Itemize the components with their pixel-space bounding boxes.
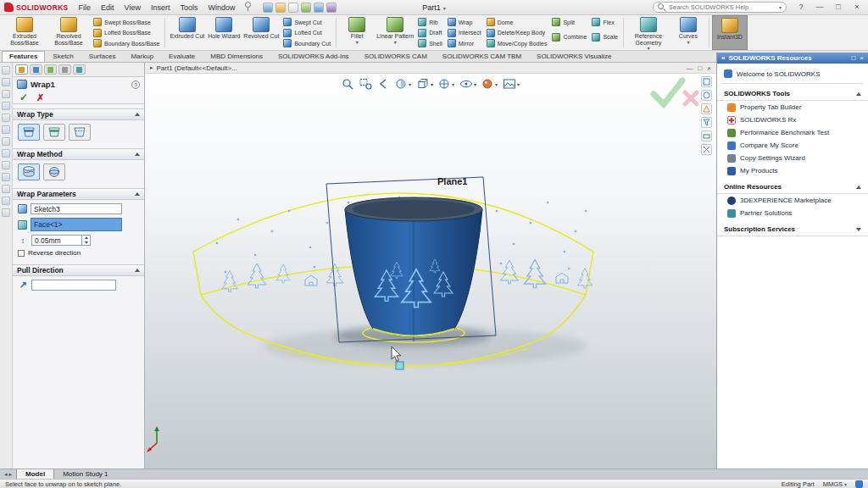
reference-geometry-button[interactable]: Reference Geometry ▾ (626, 15, 670, 50)
dimxpert-tab[interactable] (58, 64, 71, 75)
tab-features[interactable]: Features (2, 51, 45, 62)
mirror-button[interactable]: Mirror (448, 39, 481, 47)
pull-direction-field[interactable] (31, 280, 116, 291)
curves-dropdown-icon[interactable]: ▾ (687, 40, 689, 45)
wrap-type-header[interactable]: Wrap Type (13, 108, 144, 120)
side-toolbar-icon[interactable] (2, 90, 10, 98)
menu-window[interactable]: Window (203, 2, 239, 14)
save-icon[interactable] (275, 3, 286, 13)
tab-addins[interactable]: SOLIDWORKS Add-Ins (270, 51, 357, 62)
draft-button[interactable]: Draft (418, 29, 442, 37)
move-copy-bodies-button[interactable]: Move/Copy Bodies (487, 39, 548, 47)
online-section-header[interactable]: Online Resources (717, 180, 868, 194)
pm-ok-button[interactable]: ✓ (19, 92, 28, 103)
pm-help-icon[interactable]: ? (131, 80, 140, 89)
print-icon[interactable] (288, 3, 298, 13)
side-toolbar-icon[interactable] (2, 66, 10, 75)
side-toolbar-icon[interactable] (2, 173, 10, 181)
tab-surfaces[interactable]: Surfaces (81, 51, 124, 62)
units-selector[interactable]: MMGS ▾ (823, 480, 847, 488)
side-toolbar-icon[interactable] (2, 125, 10, 134)
menu-tools[interactable]: Tools (175, 2, 202, 14)
partner-solutions-link[interactable]: Partner Solutions (717, 207, 868, 219)
close-panel-icon[interactable]: × (860, 54, 864, 62)
side-toolbar-icon[interactable] (2, 114, 10, 122)
curves-button[interactable]: Curves ▾ (670, 15, 706, 50)
cup-model[interactable] (345, 197, 482, 341)
tab-mbd-dimensions[interactable]: MBD Dimensions (203, 51, 270, 62)
side-toolbar-icon[interactable] (2, 161, 10, 169)
confirm-cancel-icon[interactable] (685, 92, 697, 104)
edit-appearance-button[interactable]: ▾ (481, 77, 498, 91)
view-orientation-button[interactable]: ▾ (415, 77, 434, 91)
solidworks-rx-link[interactable]: SOLIDWORKS Rx (717, 114, 868, 126)
document-tab-label[interactable]: Part1 (Default<<Default>... (157, 64, 237, 72)
menu-file[interactable]: File (75, 2, 96, 14)
model-tab[interactable]: Model (16, 469, 54, 479)
deboss-toggle[interactable] (43, 124, 65, 141)
side-toolbar-icon[interactable] (2, 208, 10, 217)
collapse-panel-icon[interactable]: « (721, 54, 725, 62)
compare-score-link[interactable]: Compare My Score (717, 139, 868, 152)
menu-view[interactable]: View (120, 2, 145, 14)
combine-button[interactable]: Combine (552, 33, 587, 42)
viewport-tool-icon[interactable] (701, 103, 712, 114)
tab-scroll-left-icon[interactable]: ◂ (4, 471, 8, 478)
split-button[interactable]: Split (552, 18, 587, 26)
wrap-button[interactable]: Wrap (448, 18, 481, 26)
linear-pattern-dropdown-icon[interactable]: ▾ (394, 40, 397, 45)
revolved-cut-button[interactable]: Revolved Cut (242, 15, 281, 50)
tab-evaluate[interactable]: Evaluate (161, 51, 203, 62)
scale-button[interactable]: Scale (592, 33, 618, 42)
pm-cancel-button[interactable]: ✗ (36, 93, 44, 103)
lofted-cut-button[interactable]: Lofted Cut (283, 29, 331, 37)
doc-restore-button[interactable]: □ (698, 64, 702, 72)
side-toolbar-icon[interactable] (2, 78, 10, 86)
menu-edit[interactable]: Edit (97, 2, 119, 14)
zoom-area-button[interactable] (359, 77, 373, 91)
extruded-boss-button[interactable]: Extruded Boss/Base (3, 15, 47, 50)
target-face-field[interactable]: Face<1> (31, 218, 122, 231)
tab-visualize[interactable]: SOLIDWORKS Visualize (529, 51, 619, 62)
analytical-method-toggle[interactable] (18, 164, 40, 180)
side-toolbar-icon[interactable] (2, 102, 10, 110)
viewport-tool-icon[interactable] (701, 117, 712, 128)
minimize-button[interactable]: — (810, 0, 829, 15)
shell-button[interactable]: Shell (418, 39, 442, 47)
search-dropdown-icon[interactable]: ▾ (779, 4, 782, 10)
my-products-link[interactable]: My Products (717, 164, 868, 177)
hole-wizard-button[interactable]: Hole Wizard (206, 15, 242, 50)
viewport-tool-icon[interactable] (701, 144, 712, 155)
pull-direction-header[interactable]: Pull Direction (13, 264, 144, 276)
delete-keep-body-button[interactable]: Delete/Keep Body (487, 29, 548, 37)
source-sketch-field[interactable]: Sketch3 (31, 203, 122, 214)
search-box[interactable]: ▾ (653, 2, 787, 13)
flex-button[interactable]: Flex (592, 18, 618, 26)
help-icon[interactable]: ? (795, 2, 807, 13)
model-canvas[interactable]: Plane1 (145, 74, 716, 458)
tab-sketch[interactable]: Sketch (45, 51, 81, 62)
tab-cam[interactable]: SOLIDWORKS CAM (357, 51, 435, 62)
swept-boss-button[interactable]: Swept Boss/Base (93, 18, 159, 26)
viewport-tool-icon[interactable] (701, 76, 712, 87)
viewport-tool-icon[interactable] (701, 90, 712, 101)
copy-settings-link[interactable]: Copy Settings Wizard (717, 152, 868, 164)
configuration-tab[interactable] (44, 64, 57, 75)
expand-tree-icon[interactable]: ▸ (150, 64, 153, 71)
pin-menu-icon[interactable] (245, 2, 251, 8)
subscription-section-header[interactable]: Subscription Services (717, 223, 868, 236)
view-settings-button[interactable]: ▾ (502, 77, 520, 91)
tab-cam-tbm[interactable]: SOLIDWORKS CAM TBM (435, 51, 529, 62)
tools-section-header[interactable]: SOLIDWORKS Tools (717, 87, 868, 101)
revolved-boss-button[interactable]: Revolved Boss/Base (47, 15, 91, 50)
tab-scroll-right-icon[interactable]: ▸ (9, 471, 13, 478)
rebuild-icon[interactable] (314, 3, 324, 13)
boundary-cut-button[interactable]: Boundary Cut (283, 39, 331, 47)
fillet-dropdown-icon[interactable]: ▾ (356, 40, 359, 45)
fillet-button[interactable]: Fillet ▾ (339, 15, 375, 50)
spline-surface-toggle[interactable] (43, 164, 65, 180)
doc-minimize-button[interactable]: — (686, 64, 693, 72)
performance-benchmark-link[interactable]: Performance Benchmark Test (717, 126, 868, 139)
boundary-boss-button[interactable]: Boundary Boss/Base (93, 39, 159, 47)
viewport-tool-icon[interactable] (701, 130, 712, 141)
